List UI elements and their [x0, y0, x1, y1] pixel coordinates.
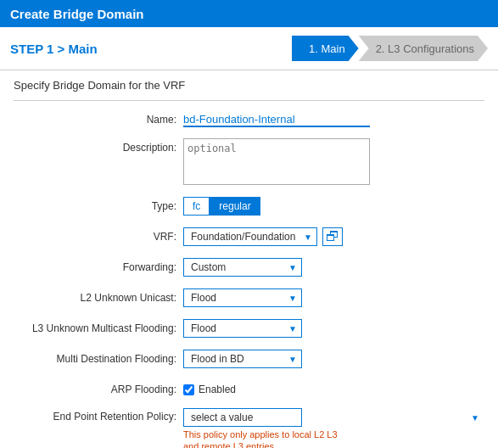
copy-icon[interactable]: 🗗 [322, 227, 343, 246]
multi-label: Multi Destination Flooding: [14, 353, 183, 365]
arp-checkbox[interactable] [183, 384, 194, 395]
type-btn-regular[interactable]: regular [210, 197, 260, 216]
endpoint-select[interactable]: select a value [183, 408, 302, 427]
vrf-select[interactable]: Foundation/Foundation [183, 227, 317, 246]
endpoint-label: End Point Retention Policy: [14, 408, 183, 423]
l3-select[interactable]: Flood [183, 319, 302, 338]
endpoint-row: End Point Retention Policy: select a val… [14, 408, 484, 448]
step-bar: STEP 1 > Main 1. Main 2. L3 Configuratio… [0, 27, 498, 70]
l2-row: L2 Unknown Unicast: Flood ▼ [14, 286, 484, 310]
wizard-step-main[interactable]: 1. Main [292, 36, 359, 61]
multi-select-wrapper: Flood in BD ▼ [183, 350, 302, 368]
description-row: Description: [14, 138, 484, 188]
arp-control: Enabled [183, 384, 484, 395]
vrf-select-wrapper: Foundation/Foundation ▼ [183, 227, 317, 246]
vrf-control: Foundation/Foundation ▼ 🗗 [183, 227, 484, 246]
wizard-step-l3[interactable]: 2. L3 Configurations [359, 36, 488, 61]
arp-label: ARP Flooding: [14, 384, 183, 395]
name-row: Name: [14, 108, 484, 132]
description-input[interactable] [183, 138, 370, 185]
endpoint-hint: This policy only applies to local L2 L3 … [183, 428, 353, 448]
section-title: Specify Bridge Domain for the VRF [14, 79, 484, 92]
type-control: fc regular [183, 197, 484, 216]
vrf-row: VRF: Foundation/Foundation ▼ 🗗 [14, 225, 484, 249]
current-step-label: STEP 1 > Main [10, 42, 98, 56]
type-row: Type: fc regular [14, 194, 484, 218]
l3-control: Flood ▼ [183, 319, 484, 338]
type-label: Type: [14, 200, 183, 212]
wizard-steps: 1. Main 2. L3 Configurations [292, 36, 488, 61]
vrf-label: VRF: [14, 231, 183, 243]
title-text: Create Bridge Domain [10, 7, 144, 21]
l2-label: L2 Unknown Unicast: [14, 292, 183, 304]
arp-row: ARP Flooding: Enabled [14, 378, 484, 401]
name-input[interactable] [183, 113, 370, 127]
forwarding-select[interactable]: Custom [183, 258, 302, 277]
l3-label: L3 Unknown Multicast Flooding: [14, 322, 183, 334]
title-bar: Create Bridge Domain [0, 0, 498, 27]
l3-select-wrapper: Flood ▼ [183, 319, 302, 338]
description-label: Description: [14, 138, 183, 154]
name-label: Name: [14, 114, 183, 126]
l3-row: L3 Unknown Multicast Flooding: Flood ▼ [14, 316, 484, 340]
description-control [183, 138, 484, 188]
forwarding-label: Forwarding: [14, 261, 183, 273]
form-section: Specify Bridge Domain for the VRF Name: … [0, 70, 498, 448]
endpoint-select-wrapper: select a value ▼ [183, 408, 484, 427]
forwarding-control: Custom ▼ [183, 258, 484, 277]
l2-control: Flood ▼ [183, 288, 484, 307]
l2-select-wrapper: Flood ▼ [183, 288, 302, 307]
forwarding-row: Forwarding: Custom ▼ [14, 255, 484, 279]
forwarding-select-wrapper: Custom ▼ [183, 258, 302, 277]
type-btn-fc[interactable]: fc [183, 197, 210, 216]
arp-enabled-label: Enabled [199, 384, 236, 395]
l2-select[interactable]: Flood [183, 288, 302, 307]
multi-select[interactable]: Flood in BD [183, 350, 302, 368]
name-control [183, 113, 484, 127]
multi-control: Flood in BD ▼ [183, 350, 484, 368]
multi-row: Multi Destination Flooding: Flood in BD … [14, 347, 484, 371]
endpoint-dropdown-arrow-icon: ▼ [471, 413, 479, 423]
endpoint-control: select a value ▼ This policy only applie… [183, 408, 484, 448]
